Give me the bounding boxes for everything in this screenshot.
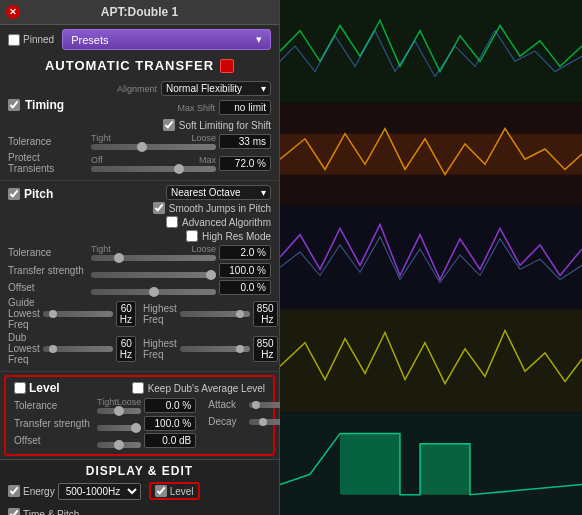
- pitch-transfer-value[interactable]: 100.0 %: [219, 263, 271, 278]
- level-offset-slider-container: [97, 434, 141, 448]
- protect-slider[interactable]: [91, 166, 216, 172]
- protect-value[interactable]: 72.0 %: [219, 156, 271, 171]
- dub-lowest-value[interactable]: 60 Hz: [116, 336, 136, 362]
- level-display-label: Level: [170, 486, 194, 497]
- no-limit-box[interactable]: no limit: [219, 100, 271, 115]
- keep-dub-row: Keep Dub's Average Level: [132, 382, 265, 394]
- level-tolerance-row: Tolerance Tight Loose 0.0 %: [14, 397, 196, 414]
- pitch-offset-value[interactable]: 0.0 %: [219, 280, 271, 295]
- keep-dub-checkbox[interactable]: [132, 382, 144, 394]
- pitch-tolerance-slider-container: Tight Loose: [91, 244, 216, 261]
- level-transfer-row: Transfer strength 100.0 %: [14, 416, 196, 431]
- display-controls: Energy 500-1000Hz Level Time & Pitch: [8, 482, 271, 515]
- presets-button[interactable]: Presets ▾: [62, 29, 271, 50]
- guide-highest-slider[interactable]: [180, 311, 250, 317]
- advanced-algorithm-label: Advanced Algorithm: [182, 217, 271, 228]
- high-res-label: High Res Mode: [202, 231, 271, 242]
- high-res-checkbox[interactable]: [186, 230, 198, 242]
- pitch-offset-slider[interactable]: [91, 289, 216, 295]
- attack-label: Attack: [208, 399, 246, 410]
- pitch-tolerance-slider[interactable]: [91, 255, 216, 261]
- timing-tolerance-row: Tolerance Tight Loose 33 ms: [8, 133, 271, 150]
- pinned-row: Pinned Presets ▾: [0, 25, 279, 54]
- timing-tolerance-slider-container: Tight Loose: [91, 133, 216, 150]
- protect-slider-container: Off Max: [91, 155, 216, 172]
- pitch-transfer-label: Transfer strength: [8, 265, 88, 276]
- level-display-item: Level: [149, 482, 200, 500]
- timing-header-row: Timing Alignment Normal Flexibility ▾ Ma…: [8, 81, 271, 131]
- energy-item: Energy 500-1000Hz: [8, 483, 141, 500]
- decay-label: Decay: [208, 416, 246, 427]
- smooth-jumps-label: Smooth Jumps in Pitch: [169, 203, 271, 214]
- pitch-title: Pitch: [24, 187, 53, 201]
- guide-lowest-label: Guide Lowest Freq: [8, 297, 40, 330]
- level-transfer-slider-container: [97, 417, 141, 431]
- pitch-transfer-slider[interactable]: [91, 272, 216, 278]
- level-title: Level: [29, 381, 60, 395]
- energy-checkbox[interactable]: [8, 485, 20, 497]
- level-tolerance-slider-container: Tight Loose: [97, 397, 141, 414]
- pinned-checkbox-row: Pinned: [8, 34, 54, 46]
- soft-limiting-row: Soft Limiting for Shift: [163, 119, 271, 131]
- time-pitch-item: Time & Pitch: [8, 508, 79, 515]
- waveform-strip-1: [280, 0, 582, 102]
- timing-tolerance-slider[interactable]: [91, 144, 216, 150]
- level-tolerance-slider[interactable]: [97, 408, 141, 414]
- title-bar: ✕ APT:Double 1: [0, 0, 279, 25]
- advanced-algorithm-row: Advanced Algorithm: [166, 216, 271, 228]
- alignment-dropdown[interactable]: Normal Flexibility ▾: [161, 81, 271, 96]
- close-icon: ✕: [9, 7, 17, 17]
- smooth-jumps-row: Smooth Jumps in Pitch: [153, 202, 271, 214]
- time-pitch-checkbox[interactable]: [8, 508, 20, 515]
- svg-rect-2: [280, 134, 582, 175]
- level-offset-value[interactable]: 0.0 dB: [144, 433, 196, 448]
- guide-lowest-value[interactable]: 60 Hz: [116, 301, 136, 327]
- pitch-offset-label: Offset: [8, 282, 88, 293]
- level-offset-slider[interactable]: [97, 442, 141, 448]
- keep-dub-label: Keep Dub's Average Level: [148, 383, 265, 394]
- dub-highest-label: Highest Freq: [143, 338, 177, 360]
- level-transfer-slider[interactable]: [97, 425, 141, 431]
- pitch-header-row: Pitch Nearest Octave ▾ Smooth Jumps in P…: [8, 185, 271, 242]
- level-offset-row: Offset 0.0 dB: [14, 433, 196, 448]
- level-checkbox[interactable]: [14, 382, 26, 394]
- level-tolerance-label: Tolerance: [14, 400, 94, 411]
- timing-tolerance-label: Tolerance: [8, 136, 88, 147]
- high-res-row: High Res Mode: [186, 230, 271, 242]
- level-section: Level Keep Dub's Average Level Tolerance…: [4, 375, 275, 456]
- guide-highest-value[interactable]: 850 Hz: [253, 301, 278, 327]
- smooth-jumps-checkbox[interactable]: [153, 202, 165, 214]
- level-display-checkbox[interactable]: [155, 485, 167, 497]
- guide-freq-row: Guide Lowest Freq 60 Hz Highest Freq 850…: [8, 297, 271, 330]
- display-edit-section: DISPLAY & EDIT Energy 500-1000Hz Level T…: [0, 459, 279, 515]
- display-edit-title: DISPLAY & EDIT: [8, 464, 271, 478]
- waveform-strip-5: [280, 413, 582, 515]
- pitch-tolerance-value[interactable]: 2.0 %: [219, 245, 271, 260]
- pitch-offset-slider-container: [91, 281, 216, 295]
- svg-rect-6: [340, 433, 400, 494]
- soft-limiting-checkbox[interactable]: [163, 119, 175, 131]
- timing-tolerance-value[interactable]: 33 ms: [219, 134, 271, 149]
- dub-lowest-slider[interactable]: [43, 346, 113, 352]
- auto-transfer-indicator[interactable]: [220, 59, 234, 73]
- waveform-strip-4: [280, 310, 582, 412]
- energy-select[interactable]: 500-1000Hz: [58, 483, 141, 500]
- close-button[interactable]: ✕: [6, 5, 20, 19]
- pitch-dropdown-chevron: ▾: [261, 187, 266, 198]
- pitch-dropdown[interactable]: Nearest Octave ▾: [166, 185, 271, 200]
- level-tolerance-value[interactable]: 0.0 %: [144, 398, 196, 413]
- dub-highest-value[interactable]: 850 Hz: [253, 336, 278, 362]
- auto-transfer-label: AUTOMATIC TRANSFER: [45, 58, 214, 73]
- timing-checkbox[interactable]: [8, 99, 20, 111]
- auto-transfer-row: AUTOMATIC TRANSFER: [0, 54, 279, 77]
- pitch-checkbox[interactable]: [8, 188, 20, 200]
- pitch-transfer-slider-container: [91, 264, 216, 278]
- guide-lowest-slider[interactable]: [43, 311, 113, 317]
- dub-highest-slider[interactable]: [180, 346, 250, 352]
- max-shift-label: Max Shift: [177, 103, 215, 113]
- max-shift-row: Max Shift no limit: [177, 100, 271, 115]
- level-transfer-value[interactable]: 100.0 %: [144, 416, 196, 431]
- soft-limiting-label: Soft Limiting for Shift: [179, 120, 271, 131]
- advanced-algorithm-checkbox[interactable]: [166, 216, 178, 228]
- pinned-checkbox[interactable]: [8, 34, 20, 46]
